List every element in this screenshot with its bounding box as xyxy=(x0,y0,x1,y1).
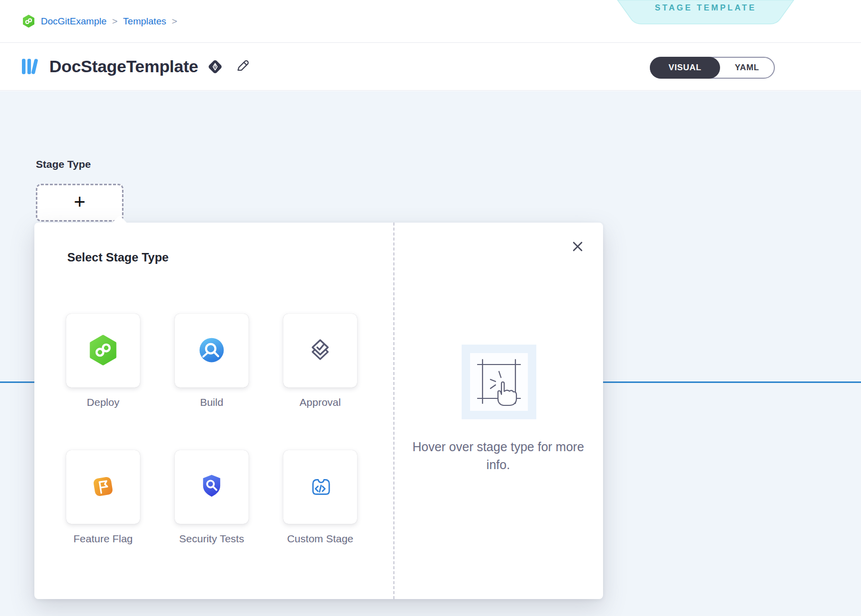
stage-option-label: Build xyxy=(169,395,254,410)
badge-label: STAGE TEMPLATE xyxy=(617,3,794,12)
toggle-yaml-button[interactable]: YAML xyxy=(720,58,774,78)
security-shield-icon xyxy=(197,472,226,502)
build-ci-icon xyxy=(197,335,227,367)
stage-option-approval: Approval xyxy=(283,314,357,387)
click-square-hand-sketch-icon xyxy=(470,353,528,411)
stage-type-label: Stage Type xyxy=(36,158,91,170)
feature-flag-icon xyxy=(88,472,118,503)
add-stage-button[interactable]: + xyxy=(36,184,123,222)
feature-flag-stage-card[interactable] xyxy=(66,450,140,524)
stage-option-security-tests: Security Tests xyxy=(175,450,248,524)
popover-title: Select Stage Type xyxy=(67,250,169,264)
deploy-cd-icon xyxy=(88,335,119,367)
breadcrumb-separator: > xyxy=(172,16,177,27)
stage-option-label: Security Tests xyxy=(169,531,254,546)
stage-type-grid: Deploy Build xyxy=(66,314,357,524)
approval-stage-card[interactable] xyxy=(283,314,357,387)
breadcrumb-separator: > xyxy=(112,16,118,27)
stage-template-badge: STAGE TEMPLATE xyxy=(617,0,794,24)
security-tests-stage-card[interactable] xyxy=(175,450,248,524)
custom-stage-code-icon xyxy=(306,472,335,502)
page-title: DocStageTemplate xyxy=(49,57,198,76)
template-version-diamond-icon xyxy=(207,58,224,75)
approval-check-icon xyxy=(306,336,335,366)
breadcrumb-project-link[interactable]: DocGitExample xyxy=(41,16,107,27)
select-stage-type-popover: Select Stage Type xyxy=(34,223,603,599)
custom-stage-card[interactable] xyxy=(283,450,357,524)
close-button[interactable] xyxy=(570,240,585,254)
breadcrumb-templates-link[interactable]: Templates xyxy=(123,16,166,27)
stage-option-custom-stage: Custom Stage xyxy=(283,450,357,524)
toggle-visual-button[interactable]: VISUAL xyxy=(650,57,720,79)
plus-icon: + xyxy=(74,192,85,212)
hover-info-hint: Hover over stage type for more info. xyxy=(393,438,603,474)
stage-option-label: Custom Stage xyxy=(277,531,363,546)
info-illustration xyxy=(462,345,536,419)
stage-option-deploy: Deploy xyxy=(66,314,140,387)
visual-yaml-toggle: VISUAL YAML xyxy=(650,57,775,79)
stage-option-label: Deploy xyxy=(60,395,146,410)
close-icon xyxy=(571,247,585,255)
stage-option-label: Approval xyxy=(277,395,363,410)
popover-divider xyxy=(393,223,394,599)
template-library-icon xyxy=(20,56,41,77)
pencil-icon xyxy=(235,58,250,75)
build-stage-card[interactable] xyxy=(175,314,248,387)
edit-title-button[interactable] xyxy=(235,58,250,75)
project-hexagon-icon xyxy=(22,14,35,28)
deploy-stage-card[interactable] xyxy=(66,314,140,387)
stage-option-feature-flag: Feature Flag xyxy=(66,450,140,524)
stage-option-build: Build xyxy=(175,314,248,387)
stage-option-label: Feature Flag xyxy=(60,531,146,546)
